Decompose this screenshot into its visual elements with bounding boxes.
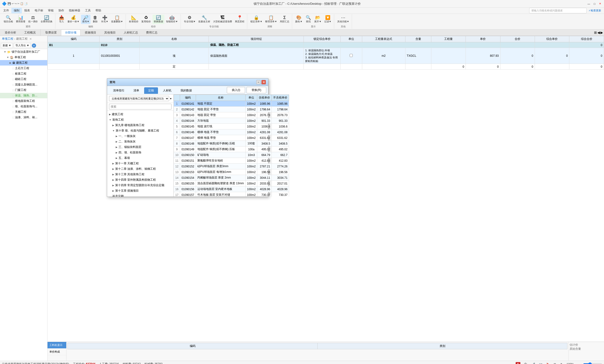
tree-item-chapter14a[interactable]: ▶ 第十四章 室外附属及构筑物工程 [107, 177, 173, 183]
tree-item-wall-decor[interactable]: ▶ 四、墙、柱面装饰 [107, 150, 173, 155]
maximize-button[interactable]: □ [592, 2, 596, 6]
price-combine-button[interactable]: 💰 量价一体▼ [66, 15, 80, 24]
tree-item-plaster1[interactable]: ▶ 一、一般抹灰 [107, 133, 173, 139]
machinery-button[interactable]: 🏗 大型机械进退场费 [212, 15, 233, 24]
close-button[interactable]: ✕ [598, 2, 602, 6]
grid-icon[interactable]: ⊞ [554, 363, 556, 364]
tab-other-items[interactable]: 其他项目 [101, 30, 119, 36]
tab-section-items[interactable]: 分部分项 [61, 29, 80, 36]
import-button[interactable]: 📥 导入 [57, 15, 66, 24]
tree-item-paint[interactable]: □ 油漆、涂料、裱... [0, 115, 47, 120]
tree-item-wall-decor[interactable]: □ 墙、柱面装饰与... [0, 104, 47, 109]
batch-delete-button[interactable]: 📋 批量删除▼ [110, 15, 124, 24]
menu-quota[interactable]: 指标神器 [66, 8, 83, 13]
tree-item-floor-decor[interactable]: □ 楼地面装饰工程 [0, 98, 47, 104]
tab-cost-analysis[interactable]: 造价分析 [1, 30, 20, 36]
tree-item-chapter12[interactable]: ▶ 第十二章 油漆、涂料、裱糊工程 [107, 166, 173, 172]
minimize-button[interactable]: — [587, 2, 591, 6]
tree-add-icon[interactable]: + [32, 43, 36, 48]
tab-fee-settings[interactable]: 取费设置 [42, 30, 61, 36]
locked-checkbox[interactable] [350, 54, 353, 57]
tab-labor-material[interactable]: 人材机汇总 [120, 30, 142, 36]
menu-file[interactable]: 文件 [1, 8, 12, 13]
filter-button[interactable]: 🔽 过滤▼ [323, 15, 333, 24]
tree-item-masonry[interactable]: □ 砌砖工程 [0, 76, 47, 82]
dialog-close-button[interactable]: ✕ [262, 80, 266, 84]
replace-data-button[interactable]: 🔃 替换数据 [152, 15, 164, 24]
zoom-out-icon[interactable]: − [578, 363, 579, 364]
query-table-row[interactable]: 2 01090142 地毯 固定 不带垫 100m2 1798.64 1798.… [174, 107, 289, 112]
tab-unit-compose[interactable]: 单价构成 [48, 349, 66, 355]
tree-item-project[interactable]: ▼ 📁 镇宁自治县茶叶加工厂 [0, 49, 47, 55]
local-sum-button[interactable]: Σ 局部汇总 [279, 15, 290, 24]
query-table-row[interactable]: 7 01090147 楼梯 地毯 带垫 100m2 6331.62 6331.6… [174, 135, 289, 141]
menu-ebid[interactable]: 电子标 [32, 8, 46, 13]
table-row-header[interactable]: B1 0110 保温、隔热、防盗工程 0 [48, 42, 604, 48]
query-table-row[interactable]: 17 01090157 竹木地板 面层 安装不对缝 100m2 730.37 7… [174, 192, 289, 197]
dialog-tab-labor[interactable]: 人材机 [159, 87, 176, 94]
dialog-tab-guide[interactable]: 清单指引 [109, 87, 128, 94]
tree-item-plaster2[interactable]: ▶ 二、装饰抹灰 [107, 139, 173, 144]
query-table-row[interactable]: 1 01090141 地毯 不固定 100m2 1085.96 1085.96 [174, 101, 289, 107]
query-table-row[interactable]: 16 01090156 运动场地面层 室内硬木地板 100m2 4028.96 … [174, 186, 289, 192]
mic-icon[interactable]: 🎤 [531, 363, 535, 364]
menu-audit[interactable]: 审核 [46, 8, 56, 13]
lock-list-button[interactable]: 🔒 锁定清单▼ [249, 15, 264, 24]
query-button[interactable]: 🔎 查询▼ [81, 15, 90, 24]
task-icon[interactable]: 🔖 [546, 363, 550, 364]
tree-item-windows[interactable]: □ 门窗工程 [0, 87, 47, 93]
quota-dropdown[interactable]: 云南省房屋建筑与装饰工程消耗量定额(2013) [109, 96, 169, 101]
tree-item-construction[interactable]: ▶ 建筑工程 [107, 112, 173, 117]
tree-item-construction[interactable]: ▶ 🏛 建筑工程 [0, 60, 47, 65]
query-table-row[interactable]: 10 01090150 矿础场地 10m3 664.79 662.7 [174, 152, 289, 158]
screenshot-icon[interactable]: 📷 [539, 363, 542, 364]
tree-item-tile[interactable]: ▶ 三、镶贴块料面层 [107, 144, 173, 150]
query-table-row[interactable]: 11 01090151 聚氨酯弹性安全地砖 100m2 412.83 412.8… [174, 158, 289, 163]
query-table-row[interactable]: 6 01090146 楼梯 地毯 不带垫 100m2 4281.08 4281.… [174, 129, 289, 135]
menu-help[interactable]: 帮助 [93, 8, 103, 13]
zoom-slider[interactable] [583, 362, 602, 364]
tab-measures[interactable]: 措施项目 [81, 30, 100, 36]
tab-project-overview[interactable]: 工程概况 [20, 30, 39, 36]
query-table-row[interactable]: 5 01090145 地毯 波打线 100m2 1036.6 1036.6 [174, 124, 289, 129]
supplement-button[interactable]: ➕ 补充▼ [100, 15, 110, 24]
dialog-tab-mydata[interactable]: 我的数据 [176, 87, 196, 94]
replace-button[interactable]: 替换(R) [247, 87, 266, 93]
smart-group-button[interactable]: 🤖 智能组价▼ [165, 15, 179, 24]
tree-item-insulation[interactable]: □ 保温、隔热、防... [0, 93, 47, 98]
menu-tools[interactable]: 工具 [83, 8, 93, 13]
dialog-minimize-button[interactable]: − [256, 80, 261, 84]
breadcrumb-item1[interactable]: 单项工程 [2, 37, 13, 41]
tree-item-supplement[interactable]: 补充定额 [107, 193, 173, 197]
table-row-empty[interactable]: 定 0 0 0 0 [48, 64, 604, 70]
query-table-row[interactable]: 8 01090148 地毯配件 铜质(或不锈钢) 压棍 100套 3408.5 … [174, 141, 289, 147]
row-locked[interactable] [340, 48, 362, 64]
tree-import-button[interactable]: 导入导出 ▼ [14, 43, 31, 48]
tree-item-earthwork[interactable]: □ 土石方工程 [0, 65, 47, 71]
unified-adjust-button[interactable]: ⚖ 统一调价 [27, 15, 39, 24]
tab-fee-summary[interactable]: 费用汇总 [142, 30, 161, 36]
color-button[interactable]: 🎨 颜色▼ [294, 15, 303, 24]
dialog-tab-quota[interactable]: 定额 [144, 87, 158, 94]
layout-icon[interactable]: ⊞ [594, 31, 597, 34]
reuse-group-button[interactable]: ♻ 复用组价 [140, 15, 152, 24]
tree-item-chapter9[interactable]: ▶ 第九章 楼地面装饰工程 [107, 123, 173, 128]
insert-button[interactable]: 插入(I) [227, 87, 245, 93]
tree-new-button[interactable]: 新建 ▼ [1, 43, 13, 48]
fee-view-button[interactable]: 📊 费用查看 [15, 15, 27, 24]
menu-edit[interactable]: 编制 [12, 8, 22, 13]
project-check-button[interactable]: 🔍 项目自检 [2, 15, 14, 24]
query-table-row[interactable]: 4 01090144 方块地毯 100m2 901.33 901.33 [174, 118, 289, 124]
pause-icon[interactable]: ⏸ [560, 363, 563, 364]
close-breadcrumb-icon[interactable]: ✕ [29, 37, 32, 41]
standard-group-button[interactable]: 📐 标准组价 [128, 15, 140, 24]
menu-report[interactable]: 报表 [22, 8, 32, 13]
tree-item-single-project[interactable]: ▼ 🏠 单项工程 [0, 55, 47, 60]
query-table-row[interactable]: 13 01090153 硅PU球场面层 每增加1mm 100m2 196.56 … [174, 169, 289, 175]
find-button[interactable]: 🔍 查找 [304, 15, 313, 24]
quota-search-input[interactable] [109, 104, 172, 110]
tree-item-decor[interactable]: ▼ 装饰工程 [107, 117, 173, 123]
menu-collab[interactable]: 协作 [56, 8, 66, 13]
query-table-row[interactable]: 12 01090152 硅PU球场面层 厚度3mm 100m2 2787.21 … [174, 163, 289, 169]
tree-item-ceiling[interactable]: □ 天棚工程 [0, 109, 47, 115]
